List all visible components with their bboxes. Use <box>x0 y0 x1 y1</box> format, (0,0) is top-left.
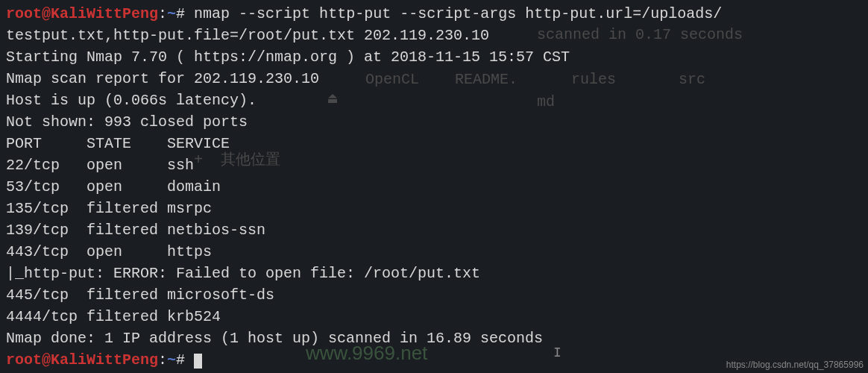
mouse-ibeam-icon: I <box>553 343 562 363</box>
prompt-separator: : <box>158 351 167 369</box>
output-port-row: 53/tcp open domain <box>6 176 862 198</box>
output-port-row: 443/tcp open https <box>6 241 862 263</box>
output-http-put-error: |_http-put: ERROR: Failed to open file: … <box>6 263 862 284</box>
terminal-output[interactable]: root@KaliWittPeng:~# nmap --script http-… <box>6 3 862 371</box>
output-not-shown: Not shown: 993 closed ports <box>6 111 862 133</box>
prompt-path: ~ <box>167 5 176 22</box>
terminal-cursor <box>194 354 202 369</box>
output-host-up: Host is up (0.066s latency). <box>6 90 862 111</box>
prompt-separator: : <box>158 5 167 22</box>
command-part-2: testput.txt,http-put.file=/root/put.txt … <box>6 25 862 46</box>
command-part-1: nmap --script http-put --script-args htt… <box>185 5 722 22</box>
output-done: Nmap done: 1 IP address (1 host up) scan… <box>6 327 862 349</box>
output-port-row: 4444/tcp filtered krb524 <box>6 306 862 327</box>
prompt-symbol: # <box>176 5 185 22</box>
output-port-row: 139/tcp filtered netbios-ssn <box>6 219 862 241</box>
prompt-symbol: # <box>176 351 185 369</box>
prompt-user: root@KaliWittPeng <box>6 5 158 22</box>
prompt-line-1: root@KaliWittPeng:~# nmap --script http-… <box>6 3 862 25</box>
output-port-row: 22/tcp open ssh <box>6 154 862 176</box>
footer-source-url: https://blog.csdn.net/qq_37865996 <box>726 359 864 372</box>
output-port-header: PORT STATE SERVICE <box>6 133 862 154</box>
prompt-path: ~ <box>167 351 176 369</box>
output-starting: Starting Nmap 7.70 ( https://nmap.org ) … <box>6 46 862 68</box>
output-port-row: 135/tcp filtered msrpc <box>6 198 862 219</box>
output-port-row: 445/tcp filtered microsoft-ds <box>6 284 862 306</box>
output-scan-report: Nmap scan report for 202.119.230.10 <box>6 68 862 90</box>
prompt-user: root@KaliWittPeng <box>6 351 158 369</box>
